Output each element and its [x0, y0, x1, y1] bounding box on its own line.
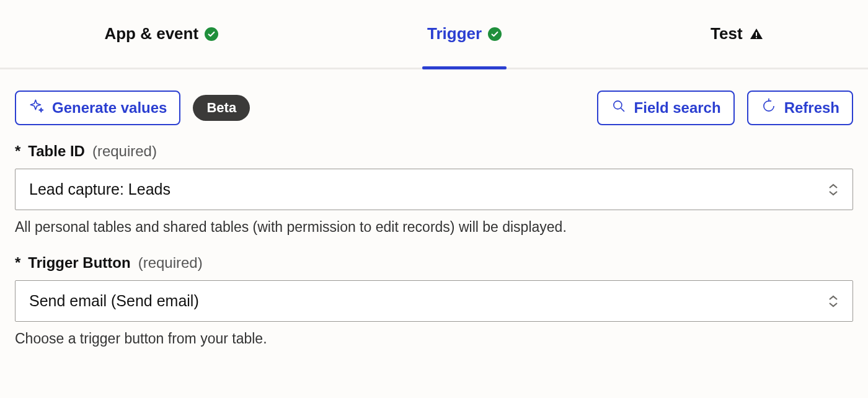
config-tabs: App & event Trigger Test	[0, 0, 868, 69]
tab-label: Trigger	[427, 24, 482, 43]
field-label-row: * Trigger Button (required)	[15, 254, 853, 272]
svg-line-3	[621, 108, 624, 112]
check-circle-icon	[488, 27, 502, 41]
field-trigger-button: * Trigger Button (required) Send email (…	[15, 254, 853, 347]
search-icon	[611, 98, 627, 118]
svg-rect-0	[756, 32, 757, 36]
button-label: Field search	[634, 99, 721, 117]
required-star: *	[15, 143, 20, 160]
trigger-toolbar: Generate values Beta Field search Refres…	[0, 69, 868, 125]
field-search-button[interactable]: Field search	[597, 91, 735, 125]
trigger-form: * Table ID (required) Lead capture: Lead…	[0, 125, 868, 347]
tab-label: App & event	[104, 24, 198, 43]
chevron-up-down-icon	[828, 184, 839, 196]
warning-triangle-icon	[749, 27, 764, 42]
field-help-text: Choose a trigger button from your table.	[15, 330, 853, 347]
beta-badge: Beta	[193, 95, 250, 121]
select-value: Lead capture: Leads	[29, 180, 170, 198]
tab-test[interactable]: Test	[706, 0, 769, 68]
refresh-button[interactable]: Refresh	[747, 91, 853, 125]
check-circle-icon	[205, 27, 218, 41]
button-label: Generate values	[52, 99, 167, 117]
svg-point-2	[613, 101, 621, 109]
refresh-icon	[761, 98, 777, 118]
field-table-id: * Table ID (required) Lead capture: Lead…	[15, 143, 853, 236]
tab-label: Test	[711, 24, 743, 43]
required-text: (required)	[138, 254, 203, 272]
button-label: Refresh	[784, 99, 839, 117]
field-help-text: All personal tables and shared tables (w…	[15, 219, 853, 236]
table-id-select[interactable]: Lead capture: Leads	[15, 169, 853, 210]
svg-rect-1	[756, 37, 757, 38]
sparkle-icon	[29, 98, 45, 118]
required-text: (required)	[92, 143, 157, 160]
select-value: Send email (Send email)	[29, 292, 199, 310]
generate-values-button[interactable]: Generate values	[15, 91, 180, 125]
chevron-up-down-icon	[828, 295, 839, 307]
trigger-button-select[interactable]: Send email (Send email)	[15, 280, 853, 322]
field-label-row: * Table ID (required)	[15, 143, 853, 160]
required-star: *	[15, 254, 20, 272]
tab-trigger[interactable]: Trigger	[422, 0, 507, 68]
tab-app-event[interactable]: App & event	[99, 0, 223, 68]
field-label: Trigger Button	[28, 254, 130, 272]
field-label: Table ID	[28, 143, 85, 160]
